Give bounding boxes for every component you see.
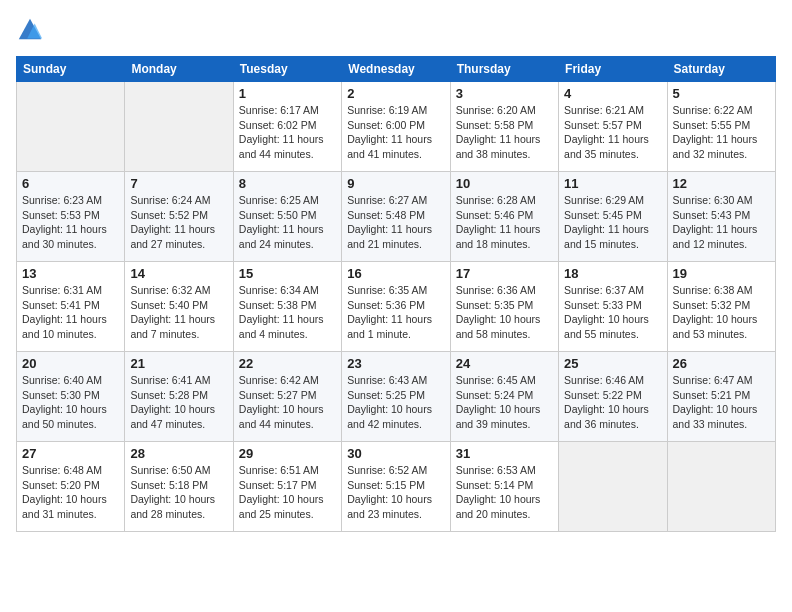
day-detail: Sunrise: 6:32 AM Sunset: 5:40 PM Dayligh… bbox=[130, 283, 227, 342]
day-detail: Sunrise: 6:50 AM Sunset: 5:18 PM Dayligh… bbox=[130, 463, 227, 522]
day-number: 4 bbox=[564, 86, 661, 101]
calendar-cell: 3Sunrise: 6:20 AM Sunset: 5:58 PM Daylig… bbox=[450, 82, 558, 172]
col-thursday: Thursday bbox=[450, 57, 558, 82]
logo bbox=[16, 16, 48, 44]
day-number: 10 bbox=[456, 176, 553, 191]
day-number: 31 bbox=[456, 446, 553, 461]
day-detail: Sunrise: 6:41 AM Sunset: 5:28 PM Dayligh… bbox=[130, 373, 227, 432]
day-number: 30 bbox=[347, 446, 444, 461]
day-detail: Sunrise: 6:23 AM Sunset: 5:53 PM Dayligh… bbox=[22, 193, 119, 252]
day-number: 7 bbox=[130, 176, 227, 191]
calendar-cell bbox=[559, 442, 667, 532]
day-detail: Sunrise: 6:53 AM Sunset: 5:14 PM Dayligh… bbox=[456, 463, 553, 522]
day-detail: Sunrise: 6:47 AM Sunset: 5:21 PM Dayligh… bbox=[673, 373, 770, 432]
day-number: 14 bbox=[130, 266, 227, 281]
day-number: 19 bbox=[673, 266, 770, 281]
calendar-cell: 19Sunrise: 6:38 AM Sunset: 5:32 PM Dayli… bbox=[667, 262, 775, 352]
calendar-week-3: 13Sunrise: 6:31 AM Sunset: 5:41 PM Dayli… bbox=[17, 262, 776, 352]
day-number: 27 bbox=[22, 446, 119, 461]
day-detail: Sunrise: 6:28 AM Sunset: 5:46 PM Dayligh… bbox=[456, 193, 553, 252]
calendar-cell bbox=[125, 82, 233, 172]
day-detail: Sunrise: 6:30 AM Sunset: 5:43 PM Dayligh… bbox=[673, 193, 770, 252]
day-detail: Sunrise: 6:29 AM Sunset: 5:45 PM Dayligh… bbox=[564, 193, 661, 252]
calendar-cell: 11Sunrise: 6:29 AM Sunset: 5:45 PM Dayli… bbox=[559, 172, 667, 262]
calendar-cell: 27Sunrise: 6:48 AM Sunset: 5:20 PM Dayli… bbox=[17, 442, 125, 532]
day-detail: Sunrise: 6:36 AM Sunset: 5:35 PM Dayligh… bbox=[456, 283, 553, 342]
calendar-cell: 12Sunrise: 6:30 AM Sunset: 5:43 PM Dayli… bbox=[667, 172, 775, 262]
col-monday: Monday bbox=[125, 57, 233, 82]
day-number: 24 bbox=[456, 356, 553, 371]
calendar-week-1: 1Sunrise: 6:17 AM Sunset: 6:02 PM Daylig… bbox=[17, 82, 776, 172]
day-number: 23 bbox=[347, 356, 444, 371]
day-number: 9 bbox=[347, 176, 444, 191]
day-detail: Sunrise: 6:38 AM Sunset: 5:32 PM Dayligh… bbox=[673, 283, 770, 342]
day-number: 15 bbox=[239, 266, 336, 281]
day-detail: Sunrise: 6:51 AM Sunset: 5:17 PM Dayligh… bbox=[239, 463, 336, 522]
calendar-cell: 8Sunrise: 6:25 AM Sunset: 5:50 PM Daylig… bbox=[233, 172, 341, 262]
calendar-header: Sunday Monday Tuesday Wednesday Thursday… bbox=[17, 57, 776, 82]
day-detail: Sunrise: 6:21 AM Sunset: 5:57 PM Dayligh… bbox=[564, 103, 661, 162]
day-number: 22 bbox=[239, 356, 336, 371]
calendar-cell: 18Sunrise: 6:37 AM Sunset: 5:33 PM Dayli… bbox=[559, 262, 667, 352]
day-number: 8 bbox=[239, 176, 336, 191]
calendar-cell: 14Sunrise: 6:32 AM Sunset: 5:40 PM Dayli… bbox=[125, 262, 233, 352]
day-detail: Sunrise: 6:35 AM Sunset: 5:36 PM Dayligh… bbox=[347, 283, 444, 342]
day-detail: Sunrise: 6:46 AM Sunset: 5:22 PM Dayligh… bbox=[564, 373, 661, 432]
day-detail: Sunrise: 6:42 AM Sunset: 5:27 PM Dayligh… bbox=[239, 373, 336, 432]
calendar-cell: 31Sunrise: 6:53 AM Sunset: 5:14 PM Dayli… bbox=[450, 442, 558, 532]
day-detail: Sunrise: 6:17 AM Sunset: 6:02 PM Dayligh… bbox=[239, 103, 336, 162]
day-detail: Sunrise: 6:25 AM Sunset: 5:50 PM Dayligh… bbox=[239, 193, 336, 252]
col-friday: Friday bbox=[559, 57, 667, 82]
day-number: 5 bbox=[673, 86, 770, 101]
calendar-cell: 9Sunrise: 6:27 AM Sunset: 5:48 PM Daylig… bbox=[342, 172, 450, 262]
day-number: 2 bbox=[347, 86, 444, 101]
day-detail: Sunrise: 6:24 AM Sunset: 5:52 PM Dayligh… bbox=[130, 193, 227, 252]
calendar-cell: 23Sunrise: 6:43 AM Sunset: 5:25 PM Dayli… bbox=[342, 352, 450, 442]
header-row: Sunday Monday Tuesday Wednesday Thursday… bbox=[17, 57, 776, 82]
day-detail: Sunrise: 6:31 AM Sunset: 5:41 PM Dayligh… bbox=[22, 283, 119, 342]
day-detail: Sunrise: 6:34 AM Sunset: 5:38 PM Dayligh… bbox=[239, 283, 336, 342]
calendar-cell bbox=[17, 82, 125, 172]
calendar-body: 1Sunrise: 6:17 AM Sunset: 6:02 PM Daylig… bbox=[17, 82, 776, 532]
page-header bbox=[16, 16, 776, 44]
day-detail: Sunrise: 6:45 AM Sunset: 5:24 PM Dayligh… bbox=[456, 373, 553, 432]
day-detail: Sunrise: 6:37 AM Sunset: 5:33 PM Dayligh… bbox=[564, 283, 661, 342]
day-detail: Sunrise: 6:40 AM Sunset: 5:30 PM Dayligh… bbox=[22, 373, 119, 432]
day-number: 28 bbox=[130, 446, 227, 461]
day-number: 11 bbox=[564, 176, 661, 191]
calendar-cell: 21Sunrise: 6:41 AM Sunset: 5:28 PM Dayli… bbox=[125, 352, 233, 442]
calendar-cell: 22Sunrise: 6:42 AM Sunset: 5:27 PM Dayli… bbox=[233, 352, 341, 442]
day-number: 6 bbox=[22, 176, 119, 191]
day-detail: Sunrise: 6:22 AM Sunset: 5:55 PM Dayligh… bbox=[673, 103, 770, 162]
calendar-cell: 6Sunrise: 6:23 AM Sunset: 5:53 PM Daylig… bbox=[17, 172, 125, 262]
day-number: 13 bbox=[22, 266, 119, 281]
calendar-cell: 13Sunrise: 6:31 AM Sunset: 5:41 PM Dayli… bbox=[17, 262, 125, 352]
calendar-cell: 16Sunrise: 6:35 AM Sunset: 5:36 PM Dayli… bbox=[342, 262, 450, 352]
calendar-cell: 15Sunrise: 6:34 AM Sunset: 5:38 PM Dayli… bbox=[233, 262, 341, 352]
calendar-cell: 24Sunrise: 6:45 AM Sunset: 5:24 PM Dayli… bbox=[450, 352, 558, 442]
calendar-cell: 26Sunrise: 6:47 AM Sunset: 5:21 PM Dayli… bbox=[667, 352, 775, 442]
col-tuesday: Tuesday bbox=[233, 57, 341, 82]
calendar-table: Sunday Monday Tuesday Wednesday Thursday… bbox=[16, 56, 776, 532]
calendar-cell: 10Sunrise: 6:28 AM Sunset: 5:46 PM Dayli… bbox=[450, 172, 558, 262]
logo-icon bbox=[16, 16, 44, 44]
calendar-cell: 4Sunrise: 6:21 AM Sunset: 5:57 PM Daylig… bbox=[559, 82, 667, 172]
day-number: 20 bbox=[22, 356, 119, 371]
calendar-cell bbox=[667, 442, 775, 532]
calendar-cell: 7Sunrise: 6:24 AM Sunset: 5:52 PM Daylig… bbox=[125, 172, 233, 262]
day-number: 29 bbox=[239, 446, 336, 461]
day-number: 25 bbox=[564, 356, 661, 371]
day-number: 26 bbox=[673, 356, 770, 371]
day-number: 16 bbox=[347, 266, 444, 281]
day-detail: Sunrise: 6:43 AM Sunset: 5:25 PM Dayligh… bbox=[347, 373, 444, 432]
calendar-cell: 20Sunrise: 6:40 AM Sunset: 5:30 PM Dayli… bbox=[17, 352, 125, 442]
calendar-cell: 17Sunrise: 6:36 AM Sunset: 5:35 PM Dayli… bbox=[450, 262, 558, 352]
calendar-cell: 28Sunrise: 6:50 AM Sunset: 5:18 PM Dayli… bbox=[125, 442, 233, 532]
col-wednesday: Wednesday bbox=[342, 57, 450, 82]
calendar-cell: 30Sunrise: 6:52 AM Sunset: 5:15 PM Dayli… bbox=[342, 442, 450, 532]
day-number: 1 bbox=[239, 86, 336, 101]
col-sunday: Sunday bbox=[17, 57, 125, 82]
day-detail: Sunrise: 6:52 AM Sunset: 5:15 PM Dayligh… bbox=[347, 463, 444, 522]
calendar-week-5: 27Sunrise: 6:48 AM Sunset: 5:20 PM Dayli… bbox=[17, 442, 776, 532]
calendar-cell: 1Sunrise: 6:17 AM Sunset: 6:02 PM Daylig… bbox=[233, 82, 341, 172]
